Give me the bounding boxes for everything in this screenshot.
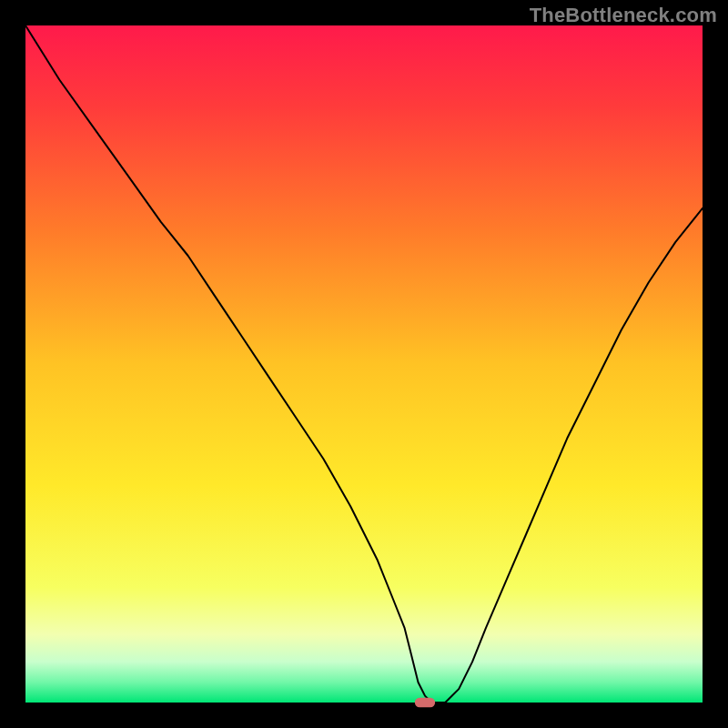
watermark-text: TheBottleneck.com [530, 4, 717, 27]
optimal-marker [415, 698, 435, 707]
chart-frame: TheBottleneck.com [0, 0, 728, 728]
bottleneck-chart [0, 0, 728, 728]
plot-background [25, 25, 703, 703]
